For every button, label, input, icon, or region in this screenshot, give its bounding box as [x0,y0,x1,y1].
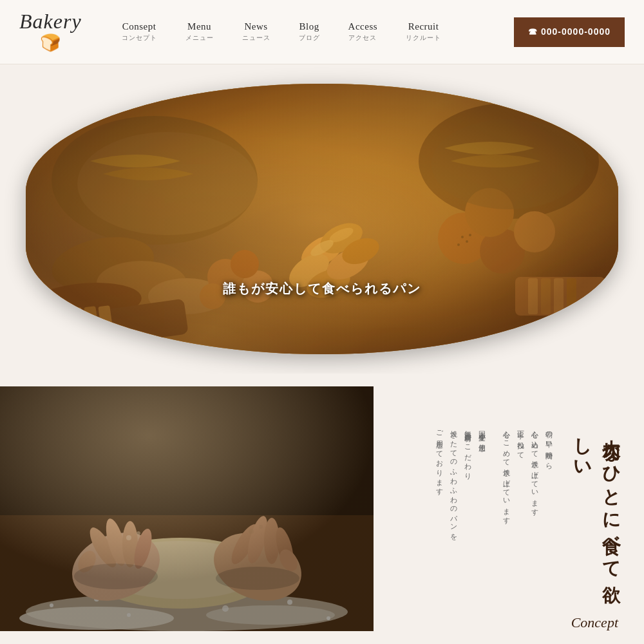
hero-section: 誰もが安心して食べられるパン [0,64,644,374]
concept-text-area: 大切なひとに食べて欲しい 朝の早い時間から 心を込めて焼き上げています 丁寧に投… [399,412,625,605]
nav-item-news[interactable]: News ニュース [228,21,285,43]
concept-section: 大切なひとに食べて欲しい 朝の早い時間から 心を込めて焼き上げています 丁寧に投… [0,374,644,644]
hero-background [26,84,618,354]
svg-rect-70 [0,386,374,631]
svg-rect-38 [26,84,618,354]
concept-sub-col2: 朝の早い時間から 心を込めて焼き上げています 丁寧に投ねて 心をこめて焼き上げて… [500,425,556,605]
concept-image-background [0,386,374,631]
nav-item-consept[interactable]: Consept コンセプト [108,21,171,43]
hero-image: 誰もが安心して食べられるパン [26,84,618,354]
hero-overlay: 誰もが安心して食べられるパン [26,275,618,303]
concept-section-label: Concept [571,614,618,631]
nav-item-blog[interactable]: Blog ブログ [285,21,334,43]
concept-columns: 大切なひとに食べて欲しい 朝の早い時間から 心を込めて焼き上げています 丁寧に投… [433,425,625,605]
concept-main-heading: 大切なひとに食べて欲しい [567,425,625,592]
nav-item-recruit[interactable]: Recruit リクルート [392,21,455,43]
bread-icon: 🍞 [40,33,61,53]
concept-content: 大切なひとに食べて欲しい 朝の早い時間から 心を込めて焼き上げています 丁寧に投… [374,374,644,644]
concept-sub-col1: 国産小麦を使用し 無添加素材にこだわり 焼きたてのふわふわのパンを ご用意してお… [433,425,489,605]
site-header: Bakery 🍞 Consept コンセプト Menu メニュー News ニュ… [0,0,644,64]
hero-tagline: 誰もが安心して食べられるパン [210,275,434,303]
phone-button[interactable]: ☎ 000-0000-0000 [514,17,625,47]
nav-item-access[interactable]: Access アクセス [334,21,392,43]
concept-image [0,386,374,631]
nav-item-menu[interactable]: Menu メニュー [171,21,228,43]
main-nav: Consept コンセプト Menu メニュー News ニュース Blog ブ… [108,21,515,43]
logo-text: Bakery [19,11,82,32]
logo[interactable]: Bakery 🍞 [19,11,82,53]
